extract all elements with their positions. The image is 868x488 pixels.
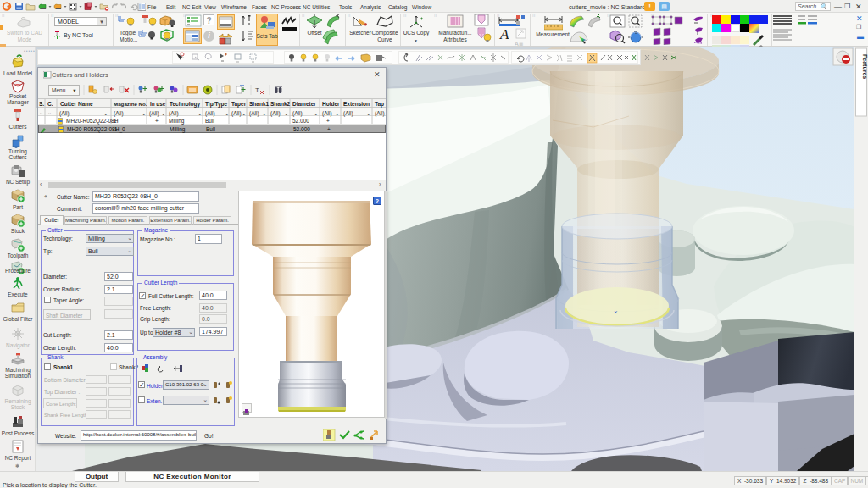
svg-text:T: T: [255, 86, 259, 94]
svg-text:A≣: A≣: [515, 41, 524, 47]
svg-text:Features: Features: [862, 54, 868, 79]
svg-text:×: ×: [614, 308, 618, 316]
